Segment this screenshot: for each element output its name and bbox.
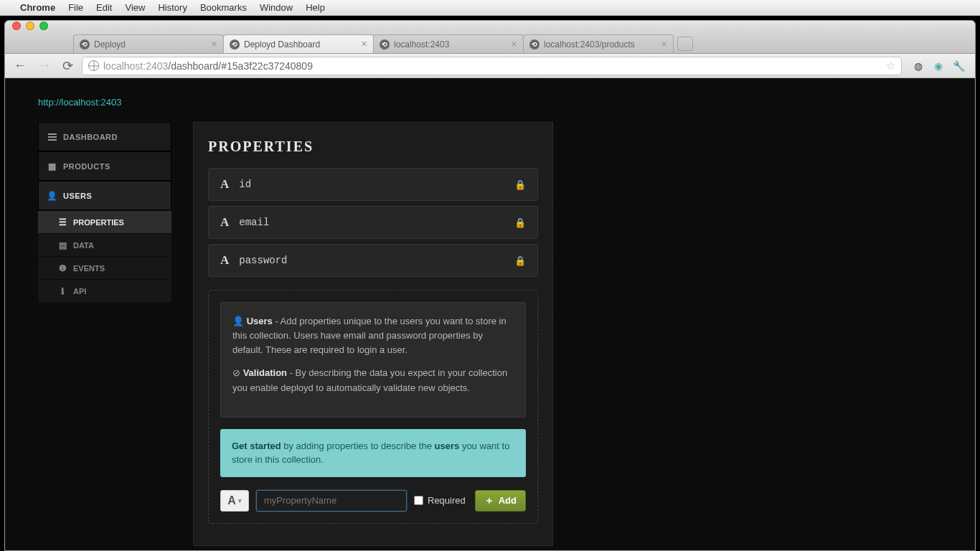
help-users-text: 👤 Users - Add properties unique to the u…	[232, 314, 514, 357]
browser-tab[interactable]: ⟲ localhost:2403/products ✕	[523, 34, 674, 53]
type-string-icon: A	[220, 215, 229, 230]
tab-title: localhost:2403	[394, 39, 449, 50]
user-icon: 👤	[47, 191, 57, 200]
lock-icon: 🔒	[514, 255, 526, 266]
tab-close-icon[interactable]: ✕	[661, 39, 667, 49]
page-title: PROPERTIES	[208, 138, 538, 155]
lock-icon: 🔒	[514, 179, 526, 190]
menubar-item[interactable]: Help	[306, 2, 325, 13]
help-card: 👤 Users - Add properties unique to the u…	[220, 302, 526, 418]
type-string-icon: A	[220, 177, 229, 192]
favicon-icon: ⟲	[80, 39, 90, 50]
list-icon	[47, 132, 57, 141]
property-name: password	[239, 255, 287, 266]
sidebar-subitem-label: DATA	[73, 241, 94, 250]
favicon-icon: ⟲	[230, 39, 240, 50]
forbidden-icon: ⊘	[232, 367, 240, 378]
tab-title: localhost:2403/products	[544, 39, 635, 50]
sidebar-subitem-api[interactable]: ℹ API	[38, 279, 171, 302]
add-property-bar: A ▾ Required ＋ Add	[220, 490, 526, 512]
sidebar-item-products[interactable]: ▦ PRODUCTS	[38, 151, 171, 181]
lock-icon: 🔒	[514, 217, 526, 228]
type-glyph: A	[227, 494, 236, 507]
menubar-app[interactable]: Chrome	[20, 2, 55, 13]
menubar-item[interactable]: History	[158, 2, 187, 13]
add-button[interactable]: ＋ Add	[475, 490, 526, 512]
sidebar-item-dashboard[interactable]: DASHBOARD	[38, 122, 171, 151]
back-button[interactable]: ←	[11, 58, 29, 73]
favicon-icon: ⟲	[529, 39, 540, 50]
help-panel: 👤 Users - Add properties unique to the u…	[208, 290, 538, 524]
menubar-item[interactable]: View	[125, 2, 145, 13]
globe-icon	[88, 60, 99, 71]
menubar-item[interactable]: File	[68, 2, 83, 13]
property-row[interactable]: A password 🔒	[208, 244, 538, 277]
window-close-button[interactable]	[12, 22, 21, 30]
sidebar-subnav: ☰ PROPERTIES ▤ DATA ❶ EVENTS ℹ API	[38, 210, 171, 302]
property-name-input[interactable]	[256, 490, 407, 512]
extension-icons: ◍ ◉ 🔧	[908, 60, 969, 72]
grid-icon: ▦	[47, 161, 57, 171]
required-label: Required	[428, 495, 466, 506]
reload-button[interactable]: ⟳	[60, 58, 76, 74]
tab-title: Deployd Dashboard	[244, 39, 320, 50]
tab-title: Deployd	[94, 39, 126, 50]
sidebar-subitem-label: PROPERTIES	[73, 218, 124, 227]
list-icon: ☰	[58, 217, 67, 227]
window-titlebar	[5, 21, 975, 31]
browser-toolbar: ← → ⟳ localhost:2403/dashboard/#15a3f22c…	[5, 54, 975, 78]
main-panel: PROPERTIES A id 🔒 A email 🔒 A password 🔒	[193, 122, 553, 546]
required-checkbox-input[interactable]	[414, 496, 423, 505]
sidebar-subitem-events[interactable]: ❶ EVENTS	[38, 256, 171, 279]
tip-callout: Get started by adding properties to desc…	[220, 429, 526, 477]
sidebar-subitem-data[interactable]: ▤ DATA	[38, 233, 171, 256]
plus-icon: ＋	[484, 494, 494, 507]
menubar-item[interactable]: Edit	[96, 2, 112, 13]
extension-icon[interactable]: ◍	[912, 60, 925, 72]
info-icon: ℹ	[58, 286, 67, 296]
page-content: http://localhost:2403 DASHBOARD ▦ PRODUC…	[5, 78, 975, 551]
property-row[interactable]: A id 🔒	[208, 168, 538, 201]
sidebar-subitem-label: API	[73, 287, 86, 296]
chrome-window: ⟲ Deployd ✕ ⟲ Deployd Dashboard ✕ ⟲ loca…	[4, 20, 976, 551]
window-zoom-button[interactable]	[39, 22, 48, 30]
tab-close-icon[interactable]: ✕	[511, 39, 517, 49]
type-select[interactable]: A ▾	[220, 490, 249, 512]
type-string-icon: A	[220, 253, 229, 268]
sidebar-item-label: DASHBOARD	[63, 133, 118, 141]
new-tab-button[interactable]	[677, 37, 693, 51]
user-icon: 👤	[232, 316, 244, 326]
help-validation-text: ⊘ Validation - By describing the data yo…	[232, 366, 514, 395]
table-icon: ▤	[58, 240, 67, 250]
sidebar-item-users[interactable]: 👤 USERS	[38, 181, 171, 210]
menubar-item[interactable]: Window	[260, 2, 293, 13]
tab-close-icon[interactable]: ✕	[211, 39, 217, 49]
sidebar-item-label: PRODUCTS	[63, 162, 110, 171]
sidebar-subitem-label: EVENTS	[73, 264, 105, 273]
browser-tab[interactable]: ⟲ Deployd Dashboard ✕	[223, 34, 374, 53]
add-button-label: Add	[499, 495, 517, 506]
bookmark-star-icon[interactable]: ☆	[886, 60, 895, 72]
browser-tab[interactable]: ⟲ Deployd ✕	[73, 34, 224, 53]
url-text: localhost:2403/dashboard/#15a3f22c372408…	[103, 60, 313, 72]
sidebar: DASHBOARD ▦ PRODUCTS 👤 USERS ☰ PROPERTIE…	[38, 122, 171, 546]
wrench-icon[interactable]: 🔧	[952, 60, 965, 72]
address-bar[interactable]: localhost:2403/dashboard/#15a3f22c372408…	[82, 57, 902, 75]
menubar-item[interactable]: Bookmarks	[200, 2, 247, 13]
browser-tab[interactable]: ⟲ localhost:2403 ✕	[373, 34, 524, 53]
window-minimize-button[interactable]	[26, 22, 34, 30]
required-checkbox[interactable]: Required	[414, 495, 466, 506]
property-row[interactable]: A email 🔒	[208, 206, 538, 239]
property-name: id	[239, 179, 251, 190]
browser-tabstrip: ⟲ Deployd ✕ ⟲ Deployd Dashboard ✕ ⟲ loca…	[5, 31, 975, 54]
tab-close-icon[interactable]: ✕	[361, 39, 367, 49]
extension-icon[interactable]: ◉	[932, 60, 945, 72]
mac-menubar: Chrome File Edit View History Bookmarks …	[0, 0, 980, 16]
brand-link[interactable]: http://localhost:2403	[38, 97, 975, 108]
forward-button[interactable]: →	[35, 58, 54, 73]
sidebar-item-label: USERS	[63, 192, 92, 200]
property-name: email	[239, 217, 269, 228]
sidebar-subitem-properties[interactable]: ☰ PROPERTIES	[38, 210, 171, 233]
info-icon: ❶	[58, 263, 67, 273]
chevron-down-icon: ▾	[238, 497, 242, 504]
